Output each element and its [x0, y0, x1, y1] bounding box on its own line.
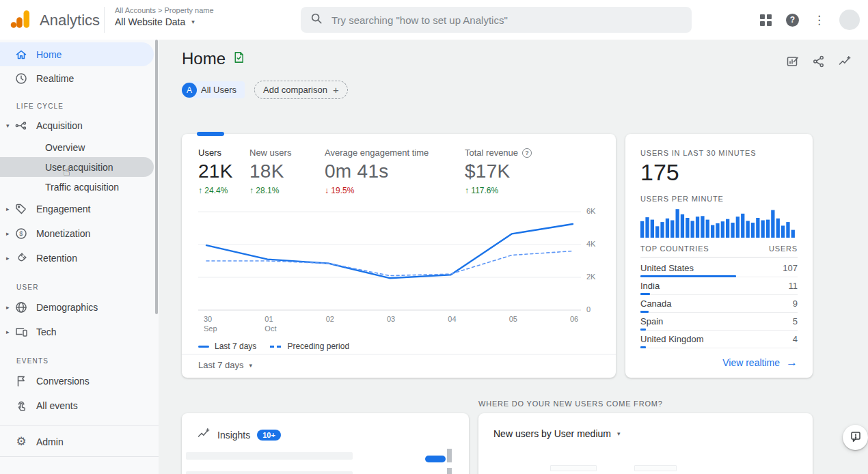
y-tick-label: 0 — [586, 305, 591, 313]
chart-skeleton — [550, 465, 597, 471]
insights-sparkline-icon — [197, 427, 211, 443]
arrow-up-icon: ↑ — [249, 186, 254, 195]
help-icon[interactable]: ? — [522, 148, 532, 158]
all-users-chip[interactable]: All Users — [189, 81, 245, 98]
insight-badge-fragment — [425, 456, 446, 462]
metric-new-users[interactable]: New users 18K ↑ 28.1% — [249, 148, 325, 195]
arrow-up-icon: ↑ — [465, 186, 469, 195]
insights-scrollbar[interactable] — [447, 449, 452, 462]
help-icon[interactable]: ? — [786, 14, 799, 27]
x-tick-label: 01Oct — [265, 314, 276, 333]
sidebar-item-demographics[interactable]: ▸ Demographics — [0, 295, 154, 320]
tag-icon — [14, 202, 28, 216]
app-header: Analytics All Accounts > Property name A… — [0, 0, 868, 40]
sidebar-item-admin[interactable]: ⚙ Admin — [0, 430, 154, 454]
metric-users[interactable]: Users 21K ↑ 24.4% — [198, 148, 249, 195]
acquisition-split-icon — [14, 119, 28, 133]
chart-skeleton — [634, 465, 677, 471]
plus-icon: + — [333, 85, 339, 95]
table-row: India 11 — [640, 277, 798, 295]
x-tick-label: 03 — [387, 314, 395, 324]
realtime-users-value: 175 — [640, 159, 679, 186]
search-input[interactable] — [330, 14, 682, 27]
sidebar-divider — [0, 456, 159, 457]
sidebar-item-acquisition-overview[interactable]: Overview — [0, 137, 154, 157]
svg-text:$: $ — [19, 229, 23, 237]
analytics-logo-icon — [10, 8, 33, 33]
metric-total-revenue[interactable]: Total revenue ? $17K ↑ 117.6% — [465, 148, 532, 195]
arrow-up-icon: ↑ — [198, 186, 202, 195]
table-row: Canada 9 — [640, 295, 798, 313]
sidebar-item-acquisition[interactable]: ▾ Acquisition — [0, 113, 154, 137]
users-per-minute-bar-chart — [640, 206, 796, 238]
more-vertical-icon[interactable]: ⋮ — [813, 14, 825, 26]
date-range-selector[interactable]: Last 7 days ▾ — [198, 360, 252, 370]
insights-scrollbar[interactable] — [447, 468, 452, 474]
sidebar-item-all-events[interactable]: All events — [0, 393, 154, 418]
flag-icon — [14, 374, 28, 388]
table-row: United Kingdom 4 — [640, 331, 798, 348]
analytics-logo[interactable]: Analytics — [10, 8, 100, 33]
insights-sparkline-icon[interactable] — [838, 55, 852, 71]
view-realtime-link[interactable]: View realtime → — [722, 357, 798, 368]
y-tick-label: 6K — [586, 207, 595, 215]
analytics-app: Analytics All Accounts > Property name A… — [0, 0, 868, 474]
section-user: USER — [0, 276, 159, 295]
sidebar-item-tech[interactable]: ▸ Tech — [0, 320, 154, 344]
metric-avg-engagement-time[interactable]: Average engagement time 0m 41s ↓ 19.5% — [325, 148, 465, 195]
search-icon — [310, 12, 323, 27]
sidebar-item-user-acquisition[interactable]: User acquisition — [0, 157, 154, 177]
chart-legend: Last 7 days Preceding period — [198, 341, 349, 351]
top-countries-header: TOP COUNTRIES USERS — [640, 245, 798, 257]
insights-header[interactable]: Insights 10+ — [197, 427, 281, 443]
chevron-right-icon[interactable]: ▸ — [0, 230, 12, 237]
sidebar-item-traffic-acquisition[interactable]: Traffic acquisition — [0, 177, 154, 197]
chevron-down-icon[interactable]: ▾ — [0, 122, 12, 129]
chevron-right-icon[interactable]: ▸ — [0, 206, 12, 212]
top-countries-table: United States 107 India 11 Canada 9 Spai… — [640, 260, 798, 348]
customize-report-icon[interactable] — [786, 55, 800, 71]
share-icon[interactable] — [812, 55, 826, 71]
sidebar-item-engagement[interactable]: ▸ Engagement — [0, 197, 154, 221]
sidebar-item-monetization[interactable]: ▸ $ Monetization — [0, 221, 154, 246]
insight-skeleton-row — [186, 452, 353, 460]
chevron-right-icon[interactable]: ▸ — [0, 304, 12, 311]
x-tick-label: 05 — [509, 314, 517, 324]
feedback-bubble-icon — [849, 430, 863, 446]
property-selector[interactable]: All Accounts > Property name All Website… — [115, 6, 214, 27]
sidebar-item-conversions[interactable]: Conversions — [0, 369, 154, 393]
sidebar-item-retention[interactable]: ▸ Retention — [0, 246, 154, 270]
search-bar[interactable] — [301, 7, 692, 33]
overview-card: Users 21K ↑ 24.4% New users 18K ↑ 28.1% … — [182, 134, 616, 378]
section-life-cycle: LIFE CYCLE — [0, 98, 159, 113]
table-row: Spain 5 — [640, 313, 798, 331]
dollar-circle-icon: $ — [14, 227, 28, 240]
new-users-dimension-selector[interactable]: New users by User medium ▾ — [493, 428, 620, 439]
realtime-title: USERS IN LAST 30 MINUTES — [640, 149, 756, 157]
sidebar-scrollbar[interactable] — [155, 40, 158, 314]
insights-count-badge: 10+ — [257, 430, 281, 441]
chevron-right-icon[interactable]: ▸ — [0, 329, 12, 335]
chevron-right-icon[interactable]: ▸ — [0, 255, 12, 262]
breadcrumb: All Accounts > Property name — [115, 6, 214, 14]
x-tick-label: 06 — [570, 314, 578, 324]
insights-card: Insights 10+ — [182, 413, 469, 474]
property-name: All Website Data — [115, 16, 185, 27]
legend-preceding-period: Preceding period — [270, 341, 349, 351]
feedback-button[interactable] — [843, 425, 868, 450]
mouse-cursor-hand-icon: ☝ — [63, 164, 70, 179]
apps-grid-icon[interactable] — [760, 14, 772, 26]
realtime-card: USERS IN LAST 30 MINUTES 175 USERS PER M… — [625, 134, 813, 378]
y-tick-label: 4K — [586, 240, 595, 248]
table-row: United States 107 — [640, 260, 798, 277]
add-comparison-button[interactable]: Add comparison + — [254, 81, 348, 99]
sidebar-item-realtime[interactable]: Realtime — [0, 66, 154, 90]
country-bar — [640, 346, 646, 348]
page-title: Home — [182, 49, 245, 68]
sidebar-item-home[interactable]: Home — [0, 42, 154, 66]
sidebar: Home Realtime LIFE CYCLE ▾ Acquisition O… — [0, 40, 159, 474]
card-divider — [182, 354, 616, 354]
avatar[interactable] — [839, 10, 860, 30]
globe-icon — [14, 301, 28, 314]
chevron-down-icon: ▾ — [249, 362, 253, 369]
